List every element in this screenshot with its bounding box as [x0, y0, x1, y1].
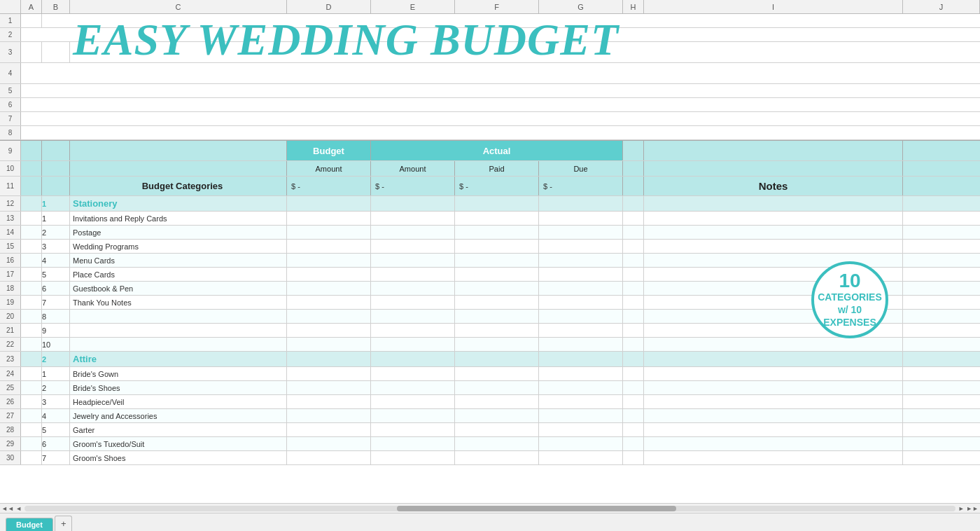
- cell-16e[interactable]: [371, 254, 455, 267]
- cell-25d[interactable]: [287, 381, 371, 394]
- cell-30e[interactable]: [371, 451, 455, 464]
- cell-25g[interactable]: [539, 381, 623, 394]
- cell-13f[interactable]: [455, 212, 539, 225]
- cell-19d[interactable]: [287, 296, 371, 309]
- budget-tab[interactable]: Budget: [6, 518, 53, 531]
- cell-28g[interactable]: [539, 423, 623, 436]
- cell-22i[interactable]: [644, 338, 903, 351]
- cell-20d[interactable]: [287, 310, 371, 323]
- cell-24d[interactable]: [287, 367, 371, 380]
- cell-20f[interactable]: [455, 310, 539, 323]
- cell-16d[interactable]: [287, 254, 371, 267]
- cell-17d[interactable]: [287, 268, 371, 281]
- cell-26d[interactable]: [287, 395, 371, 408]
- cell-14e[interactable]: [371, 226, 455, 239]
- cell-18e[interactable]: [371, 282, 455, 295]
- cell-26g[interactable]: [539, 395, 623, 408]
- cell-17f[interactable]: [455, 268, 539, 281]
- add-sheet-button[interactable]: +: [55, 516, 73, 531]
- col-header-f[interactable]: F: [455, 0, 539, 13]
- cell-16g[interactable]: [539, 254, 623, 267]
- cell-24e[interactable]: [371, 367, 455, 380]
- cell-17e[interactable]: [371, 268, 455, 281]
- cell-27i[interactable]: [644, 409, 903, 422]
- cell-13i[interactable]: [644, 212, 903, 225]
- cell-27e[interactable]: [371, 409, 455, 422]
- scroll-right-arrows[interactable]: ► ►►: [958, 505, 979, 512]
- cell-26i[interactable]: [644, 395, 903, 408]
- col-header-g[interactable]: G: [539, 0, 623, 13]
- col-header-c[interactable]: C: [70, 0, 287, 13]
- cell-22e[interactable]: [371, 338, 455, 351]
- cell-29i[interactable]: [644, 437, 903, 450]
- cell-15i[interactable]: [644, 240, 903, 253]
- col-header-i[interactable]: I: [644, 0, 903, 13]
- cell-21g[interactable]: [539, 324, 623, 337]
- col-header-e[interactable]: E: [371, 0, 455, 13]
- cell-14f[interactable]: [455, 226, 539, 239]
- cell-28d[interactable]: [287, 423, 371, 436]
- col-header-d[interactable]: D: [287, 0, 371, 13]
- cell-29e[interactable]: [371, 437, 455, 450]
- cell-29d[interactable]: [287, 437, 371, 450]
- cell-18f[interactable]: [455, 282, 539, 295]
- cell-22g[interactable]: [539, 338, 623, 351]
- cell-30d[interactable]: [287, 451, 371, 464]
- cell-14d[interactable]: [287, 226, 371, 239]
- cell-28i[interactable]: [644, 423, 903, 436]
- cell-17g[interactable]: [539, 268, 623, 281]
- cell-28f[interactable]: [455, 423, 539, 436]
- cell-20g[interactable]: [539, 310, 623, 323]
- cell-25f[interactable]: [455, 381, 539, 394]
- cell-15f[interactable]: [455, 240, 539, 253]
- cell-27d[interactable]: [287, 409, 371, 422]
- cell-18g[interactable]: [539, 282, 623, 295]
- cell-25e[interactable]: [371, 381, 455, 394]
- cell-30g[interactable]: [539, 451, 623, 464]
- col-header-j[interactable]: J: [903, 0, 980, 13]
- cell-22c[interactable]: [70, 338, 287, 351]
- cell-29g[interactable]: [539, 437, 623, 450]
- cell-27f[interactable]: [455, 409, 539, 422]
- horizontal-scrolltrack[interactable]: [24, 506, 955, 511]
- cell-13d[interactable]: [287, 212, 371, 225]
- cell-13g[interactable]: [539, 212, 623, 225]
- cell-21e[interactable]: [371, 324, 455, 337]
- cell-29f[interactable]: [455, 437, 539, 450]
- cell-30i[interactable]: [644, 451, 903, 464]
- cell-20c[interactable]: [70, 310, 287, 323]
- cell-24i[interactable]: [644, 367, 903, 380]
- cell-14g[interactable]: [539, 226, 623, 239]
- cell-19g[interactable]: [539, 296, 623, 309]
- cell-14i[interactable]: [644, 226, 903, 239]
- cell-21f[interactable]: [455, 324, 539, 337]
- cell-20e[interactable]: [371, 310, 455, 323]
- cell-15g[interactable]: [539, 240, 623, 253]
- cell-15d[interactable]: [287, 240, 371, 253]
- cell-16f[interactable]: [455, 254, 539, 267]
- cell-15e[interactable]: [371, 240, 455, 253]
- cell-13e[interactable]: [371, 212, 455, 225]
- cell-24f[interactable]: [455, 367, 539, 380]
- cell-23g: [539, 352, 623, 366]
- cell-19f[interactable]: [455, 296, 539, 309]
- cell-26e[interactable]: [371, 395, 455, 408]
- scroll-left-arrows[interactable]: ◄◄ ◄: [1, 505, 22, 512]
- cell-28e[interactable]: [371, 423, 455, 436]
- col-header-h[interactable]: H: [623, 0, 644, 13]
- horizontal-scrollthumb[interactable]: [397, 506, 676, 511]
- cell-19e[interactable]: [371, 296, 455, 309]
- row-12: 12 1 Stationery: [0, 196, 980, 212]
- cell-26f[interactable]: [455, 395, 539, 408]
- cell-21c[interactable]: [70, 324, 287, 337]
- cell-25i[interactable]: [644, 381, 903, 394]
- cell-24g[interactable]: [539, 367, 623, 380]
- cell-18d[interactable]: [287, 282, 371, 295]
- cell-22f[interactable]: [455, 338, 539, 351]
- cell-30f[interactable]: [455, 451, 539, 464]
- cell-21d[interactable]: [287, 324, 371, 337]
- col-header-a[interactable]: A: [21, 0, 42, 13]
- cell-27g[interactable]: [539, 409, 623, 422]
- cell-22d[interactable]: [287, 338, 371, 351]
- col-header-b[interactable]: B: [42, 0, 70, 13]
